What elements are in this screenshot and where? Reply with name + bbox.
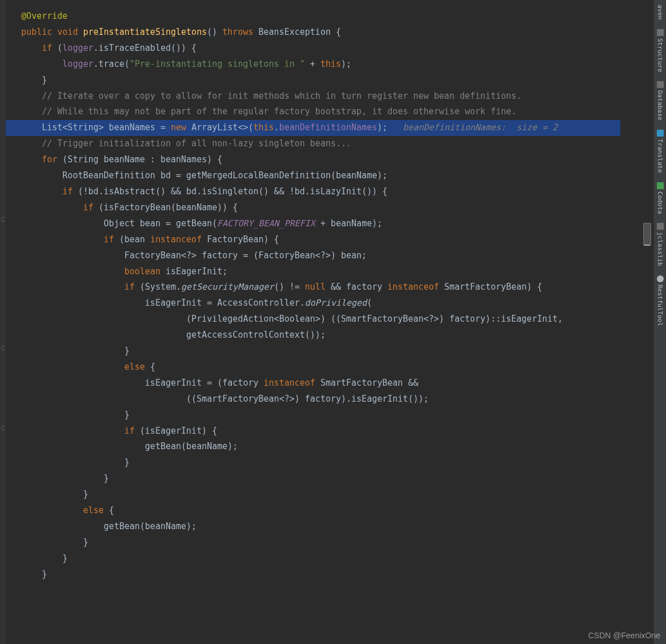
code-line[interactable]: if (isEagerInit) { [0,423,620,439]
translate-icon [657,130,664,137]
code-line[interactable]: } [0,73,620,89]
tool-label: RestfulTool [656,285,664,326]
tool-jclasslib-button[interactable]: jclasslib [656,218,664,271]
code-line[interactable]: FactoryBean<?> factory = (FactoryBean<?>… [0,248,620,264]
structure-icon [657,29,664,36]
code-line[interactable]: else { [0,503,620,519]
fold-mark-icon[interactable] [2,426,5,430]
scrollbar-handle[interactable] [644,245,650,246]
code-line[interactable]: // Iterate over a copy to allow for init… [0,89,620,105]
error-stripe[interactable] [620,0,653,644]
watermark-text: CSDN @FeenixOne [588,631,660,640]
code-line[interactable]: } [0,535,620,551]
code-editor[interactable]: @Override public void preInstantiateSing… [0,0,620,644]
code-line[interactable]: } [0,343,620,359]
globe-icon [657,275,664,282]
code-line[interactable]: getBean(beanName); [0,519,620,535]
tool-database-button[interactable]: Database [656,77,664,125]
code-line[interactable]: isEagerInit = AccessController.doPrivile… [0,295,620,311]
code-line[interactable]: if (!bd.isAbstract() && bd.isSingleton()… [0,184,620,200]
code-line[interactable]: (PrivilegedAction<Boolean>) ((SmartFacto… [0,311,620,327]
code-line[interactable]: } [0,471,620,487]
code-line[interactable]: if (bean instanceof FactoryBean) { [0,232,620,248]
code-line[interactable]: @Override [0,9,620,25]
tool-label: aven [656,5,664,20]
tool-restful-button[interactable]: RestfulTool [656,271,664,331]
code-line[interactable]: getAccessControlContext()); [0,327,620,343]
tool-label: Codota [656,191,664,214]
tool-label: Structure [656,38,664,73]
code-line[interactable]: } [0,407,620,423]
tool-codota-button[interactable]: Codota [656,178,664,219]
code-line[interactable]: } [0,551,620,567]
tool-label: Database [656,90,664,121]
code-line[interactable]: } [0,567,620,583]
code-line[interactable]: for (String beanName : beanNames) { [0,152,620,168]
code-line[interactable]: boolean isEagerInit; [0,264,620,280]
code-line[interactable]: RootBeanDefinition bd = getMergedLocalBe… [0,168,620,184]
codota-icon [657,182,664,189]
editor-gutter [0,0,6,644]
code-line-highlighted[interactable]: List<String> beanNames = new ArrayList<>… [0,120,620,136]
code-line[interactable]: Object bean = getBean(FACTORY_BEAN_PREFI… [0,216,620,232]
database-icon [657,81,664,88]
code-line[interactable]: // Trigger initialization of all non-laz… [0,136,620,152]
code-line[interactable]: else { [0,359,620,375]
code-line[interactable]: if (System.getSecurityManager() != null … [0,279,620,295]
tool-maven-button[interactable]: aven [656,0,664,25]
tool-structure-button[interactable]: Structure [656,25,664,77]
tool-translate-button[interactable]: Translate [656,125,664,178]
right-tool-bar: aven Structure Database Translate Codota… [653,0,666,644]
scrollbar-thumb[interactable] [643,223,651,246]
code-line[interactable]: logger.trace("Pre-instantiating singleto… [0,57,620,73]
annotation: @Override [21,11,67,21]
jclasslib-icon [657,223,664,230]
code-line[interactable]: public void preInstantiateSingletons() t… [0,25,620,41]
code-line[interactable]: ((SmartFactoryBean<?>) factory).isEagerI… [0,391,620,407]
code-line[interactable]: } [0,455,620,471]
fold-mark-icon[interactable] [2,346,5,350]
code-line[interactable]: if (isFactoryBean(beanName)) { [0,200,620,216]
inline-debug-hint: beanDefinitionNames: size = 2 [403,122,557,133]
code-line[interactable]: // While this may not be part of the reg… [0,104,620,120]
code-line[interactable]: isEagerInit = (factory instanceof SmartF… [0,375,620,391]
code-line[interactable]: if (logger.isTraceEnabled()) { [0,41,620,57]
tool-label: Translate [656,139,664,173]
tool-label: jclasslib [656,232,664,266]
fold-mark-icon[interactable] [2,217,5,222]
code-line[interactable]: } [0,487,620,503]
code-line[interactable]: getBean(beanName); [0,439,620,455]
